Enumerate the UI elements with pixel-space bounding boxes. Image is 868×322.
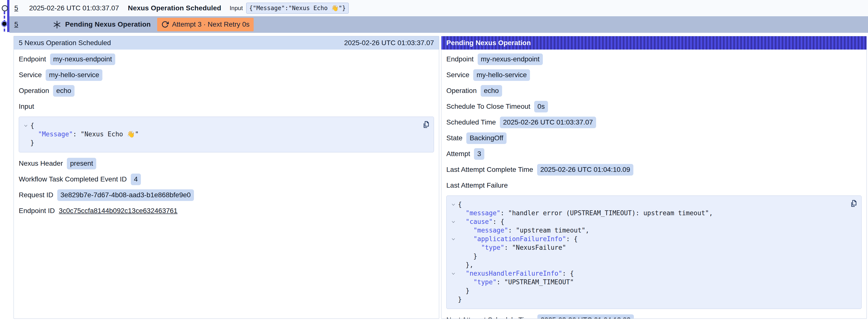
field-row: Operationecho [19, 85, 434, 97]
collapse-chevron-icon[interactable] [452, 203, 455, 206]
field-value-badge: 2025-02-26 UTC 01:04:10.09 [537, 164, 633, 175]
field-label: Scheduled Time [446, 118, 496, 127]
field-value-badge: my-hello-service [473, 69, 530, 80]
code-line: } [448, 295, 845, 304]
code-line-gutter [448, 295, 458, 304]
card-title: 5 Nexus Operation Scheduled [19, 38, 111, 47]
event-detail-panels: 5 Nexus Operation Scheduled 2025-02-26 U… [13, 36, 867, 319]
code-line-gutter [448, 269, 458, 278]
pending-card-header: Pending Nexus Operation [441, 36, 867, 50]
collapse-chevron-icon[interactable] [24, 125, 28, 127]
input-inline-value-chip[interactable]: {"Message":"Nexus Echo 👋"} [246, 3, 349, 14]
field-label: Service [19, 70, 42, 79]
code-line: } [21, 138, 418, 147]
timeline-dashed-connector [4, 11, 5, 32]
field-row: Workflow Task Completed Event ID4 [19, 173, 434, 185]
event-title: Nexus Operation Scheduled [128, 4, 221, 12]
code-line-text: "message": "upstream timeout", [458, 226, 589, 235]
code-line-gutter [448, 218, 458, 226]
field-value-badge: 2025-02-26 UTC 01:04:13.93 [537, 314, 633, 319]
field-label: Operation [19, 86, 49, 95]
field-value-badge: 3 [474, 148, 484, 160]
field-row: Schedule To Close Timeout0s [446, 101, 862, 112]
code-line-gutter [21, 138, 30, 147]
scheduled-card-body: Endpointmy-nexus-endpointServicemy-hello… [14, 50, 439, 221]
field-value-badge: 0s [534, 101, 548, 112]
code-line-text: }, [458, 261, 473, 269]
field-value-badge: 2025-02-26 UTC 01:03:37.07 [500, 117, 596, 128]
code-line-gutter [448, 243, 458, 252]
event-id-link[interactable]: 5 [14, 4, 19, 12]
field-value-badge: 3e829b7e-7d67-4b08-aad3-b1e868bfe9e0 [57, 189, 194, 201]
retry-icon [161, 21, 169, 28]
copy-button[interactable] [422, 120, 430, 129]
field-label: State [446, 134, 462, 142]
code-line-text: "cause": { [458, 218, 504, 226]
field-row: Endpoint ID3c0c75ccfa8144b092c13ce632463… [19, 205, 434, 217]
code-line: "message": "handler error (UPSTREAM_TIME… [448, 209, 845, 218]
code-line-gutter [448, 226, 458, 235]
code-line: } [448, 252, 845, 261]
code-line-text: { [30, 121, 34, 130]
code-line-text: } [30, 138, 34, 147]
copy-button[interactable] [850, 199, 858, 207]
code-line-text: { [458, 200, 462, 209]
field-label: Last Attempt Failure [446, 181, 508, 190]
field-label: Endpoint ID [19, 206, 55, 215]
collapse-chevron-icon[interactable] [452, 238, 455, 240]
event-title: Pending Nexus Operation [65, 20, 151, 29]
pending-asterisk-icon [53, 21, 61, 29]
code-line-gutter [448, 261, 458, 269]
code-line-text: "type": "NexusFailure" [458, 243, 566, 252]
scheduled-event-card: 5 Nexus Operation Scheduled 2025-02-26 U… [13, 36, 439, 319]
field-row: Next Attempt Schedule Time2025-02-26 UTC… [446, 314, 862, 319]
field-value-badge: present [67, 158, 96, 169]
retry-status-badge: Attempt 3 · Next Retry 0s [157, 18, 254, 31]
field-row: Servicemy-hello-service [446, 69, 862, 81]
field-value-badge: my-hello-service [45, 69, 102, 80]
event-row-nexus-operation-scheduled[interactable]: 5 2025-02-26 UTC 01:03:37.07 Nexus Opera… [9, 0, 868, 16]
field-row: Scheduled Time2025-02-26 UTC 01:03:37.07 [446, 117, 862, 128]
field-label: Next Attempt Schedule Time [446, 316, 533, 319]
field-value-badge: BackingOff [466, 132, 506, 144]
collapse-chevron-icon[interactable] [452, 272, 455, 275]
field-label: Service [446, 70, 469, 79]
code-line: { [21, 121, 418, 130]
code-line: "type": "NexusFailure" [448, 243, 845, 252]
code-line-gutter [448, 235, 458, 243]
code-line: "nexusHandlerFailureInfo": { [448, 269, 845, 278]
event-row-pending-nexus-operation[interactable]: 5 Pending Nexus Operation Attempt 3 · Ne… [9, 16, 868, 33]
timeline-event-dot-filled[interactable] [2, 22, 6, 26]
timeline-event-dot-open[interactable] [2, 5, 8, 11]
code-line: "type": "UPSTREAM_TIMEOUT" [448, 278, 845, 287]
field-row: Servicemy-hello-service [19, 69, 434, 81]
field-label: Attempt [446, 150, 470, 158]
collapse-chevron-icon[interactable] [452, 221, 455, 223]
code-line-text: } [458, 287, 469, 295]
scheduled-card-header: 5 Nexus Operation Scheduled 2025-02-26 U… [14, 36, 439, 50]
code-line-gutter [21, 130, 30, 138]
card-title: Pending Nexus Operation [446, 38, 531, 47]
code-line: } [448, 287, 845, 295]
event-id-link[interactable]: 5 [14, 20, 19, 29]
field-row: Nexus Headerpresent [19, 158, 434, 169]
field-label: Operation [446, 86, 477, 95]
field-label: Endpoint [19, 55, 46, 64]
field-label: Workflow Task Completed Event ID [19, 175, 127, 184]
code-line-gutter [21, 121, 30, 130]
field-value-badge: my-nexus-endpoint [478, 54, 543, 65]
code-line: "Message": "Nexus Echo 👋" [21, 130, 418, 138]
code-line-text: "applicationFailureInfo": { [458, 235, 578, 243]
field-row: Last Attempt Complete Time2025-02-26 UTC… [446, 164, 862, 175]
code-line-text: "type": "UPSTREAM_TIMEOUT" [458, 278, 574, 287]
field-label: Nexus Header [19, 159, 63, 168]
field-row: Request ID3e829b7e-7d67-4b08-aad3-b1e868… [19, 189, 434, 201]
field-row: Endpointmy-nexus-endpoint [19, 54, 434, 65]
code-line-text: } [458, 295, 462, 304]
pending-card-body: Endpointmy-nexus-endpointServicemy-hello… [441, 50, 867, 319]
code-line-gutter [448, 278, 458, 287]
code-line: "cause": { [448, 218, 845, 226]
event-timestamp: 2025-02-26 UTC 01:03:37.07 [29, 4, 119, 12]
code-line-text: "message": "handler error (UPSTREAM_TIME… [458, 209, 713, 218]
endpoint-id-link[interactable]: 3c0c75ccfa8144b092c13ce632463761 [59, 206, 177, 215]
